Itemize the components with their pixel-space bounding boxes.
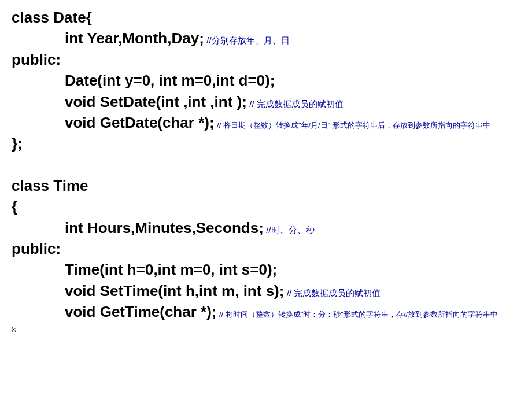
- code-line-10: int Hours,Minutes,Seconds; //时、分、秒: [12, 217, 520, 238]
- blank-line: [12, 154, 520, 175]
- code-line-2: int Year,Month,Day; //分别存放年、月、日: [12, 28, 520, 49]
- code-text: public:: [12, 240, 61, 257]
- code-line-13: void SetTime(int h,int m, int s); // 完成数…: [12, 280, 520, 301]
- code-text: void SetTime(int h,int m, int s);: [65, 282, 284, 300]
- code-text: int Hours,Minutes,Seconds;: [65, 219, 264, 237]
- code-line-8: class Time: [12, 175, 520, 196]
- code-text: Date(int y=0, int m=0,int d=0);: [65, 72, 275, 89]
- code-text: void GetTime(char *);: [65, 303, 216, 320]
- code-text: };: [12, 326, 16, 332]
- code-comment: // 将时间（整数）转换成"时：分：秒"形式的字符串，存//放到参数所指向的字符…: [219, 310, 498, 319]
- code-line-15: };: [12, 322, 520, 335]
- code-line-5: void SetDate(int ,int ,int ); // 完成数据成员的…: [12, 91, 520, 112]
- code-comment: // 将日期（整数）转换成"年/月/日" 形式的字符串后，存放到参数所指向的字符…: [217, 121, 490, 130]
- code-text: int Year,Month,Day;: [65, 29, 204, 47]
- code-line-14: void GetTime(char *); // 将时间（整数）转换成"时：分：…: [12, 301, 520, 322]
- code-text: void SetDate(int ,int ,int );: [65, 93, 247, 110]
- code-comment: // 完成数据成员的赋初值: [249, 99, 343, 109]
- code-line-6: void GetDate(char *); // 将日期（整数）转换成"年/月/…: [12, 112, 520, 133]
- code-text: {: [12, 198, 17, 215]
- code-text: public:: [12, 51, 61, 68]
- code-line-11: public:: [12, 238, 520, 259]
- code-text: void GetDate(char *);: [65, 114, 215, 131]
- code-text: };: [12, 135, 23, 152]
- code-line-1: class Date{: [12, 7, 520, 28]
- code-comment: //分别存放年、月、日: [206, 35, 289, 45]
- code-line-3: public:: [12, 49, 520, 70]
- code-text: class Date{: [12, 9, 92, 26]
- code-line-9: {: [12, 196, 520, 217]
- code-comment: // 完成数据成员的赋初值: [287, 288, 381, 298]
- code-line-4: Date(int y=0, int m=0,int d=0);: [12, 70, 520, 91]
- code-line-12: Time(int h=0,int m=0, int s=0);: [12, 259, 520, 280]
- code-text: class Time: [12, 177, 88, 194]
- code-comment: //时、分、秒: [266, 225, 314, 235]
- code-line-7: };: [12, 133, 520, 154]
- code-text: Time(int h=0,int m=0, int s=0);: [65, 261, 277, 278]
